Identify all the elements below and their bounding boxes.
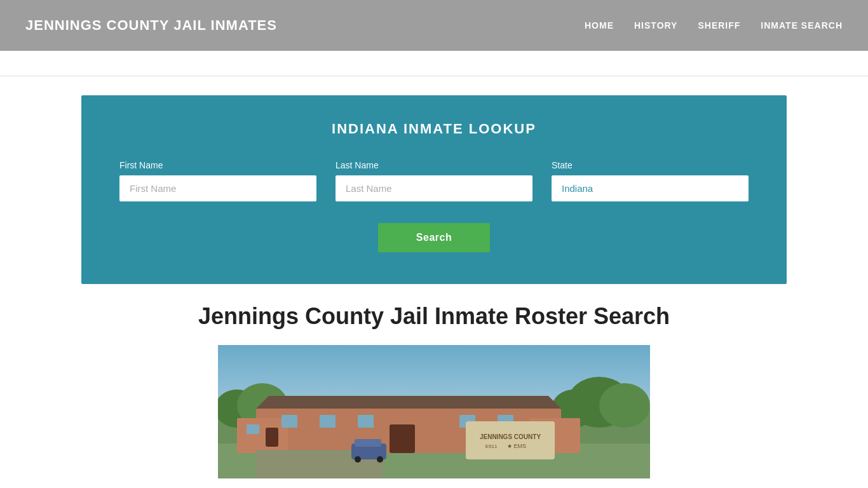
- last-name-input[interactable]: [336, 175, 532, 201]
- main-content: Jennings County Jail Inmate Roster Searc…: [81, 303, 787, 488]
- svg-point-4: [599, 383, 650, 428]
- svg-rect-14: [266, 428, 278, 447]
- state-label: State: [552, 160, 749, 170]
- svg-point-28: [355, 456, 361, 463]
- page-heading: Jennings County Jail Inmate Roster Searc…: [94, 303, 774, 330]
- nav-home[interactable]: HOME: [585, 20, 614, 30]
- svg-rect-15: [390, 424, 415, 453]
- svg-rect-16: [281, 415, 297, 428]
- nav-inmate-search[interactable]: INMATE SEARCH: [761, 20, 843, 30]
- search-section-title: INDIANA INMATE LOOKUP: [119, 121, 749, 137]
- first-name-group: First Name: [119, 160, 316, 201]
- search-button[interactable]: Search: [378, 223, 490, 252]
- svg-rect-13: [247, 424, 259, 434]
- state-group: State: [552, 160, 749, 201]
- svg-point-29: [377, 456, 383, 463]
- svg-text:E911: E911: [485, 444, 498, 449]
- first-name-input[interactable]: [119, 175, 316, 201]
- site-title: JENNINGS COUNTY JAIL INMATES: [25, 17, 277, 34]
- last-name-group: Last Name: [336, 160, 532, 201]
- svg-rect-27: [355, 439, 381, 447]
- nav-sheriff[interactable]: SHERIFF: [698, 20, 740, 30]
- state-input[interactable]: [552, 175, 749, 201]
- last-name-label: Last Name: [336, 160, 532, 170]
- svg-rect-18: [358, 415, 374, 428]
- sub-header: [0, 51, 868, 76]
- site-header: JENNINGS COUNTY JAIL INMATES HOME HISTOR…: [0, 0, 868, 51]
- building-image: JENNINGS COUNTY E911 ★ EMS: [218, 345, 650, 478]
- svg-text:JENNINGS COUNTY: JENNINGS COUNTY: [480, 433, 541, 440]
- svg-rect-21: [466, 421, 555, 459]
- first-name-label: First Name: [119, 160, 316, 170]
- main-nav: HOME HISTORY SHERIFF INMATE SEARCH: [585, 20, 843, 30]
- svg-text:★ EMS: ★ EMS: [507, 443, 526, 449]
- svg-rect-17: [320, 415, 336, 428]
- svg-marker-10: [256, 396, 561, 409]
- nav-history[interactable]: HISTORY: [634, 20, 677, 30]
- form-fields-row: First Name Last Name State: [119, 160, 749, 201]
- svg-rect-11: [237, 418, 288, 453]
- inmate-lookup-form: First Name Last Name State Search: [119, 160, 749, 252]
- search-section: INDIANA INMATE LOOKUP First Name Last Na…: [81, 95, 787, 284]
